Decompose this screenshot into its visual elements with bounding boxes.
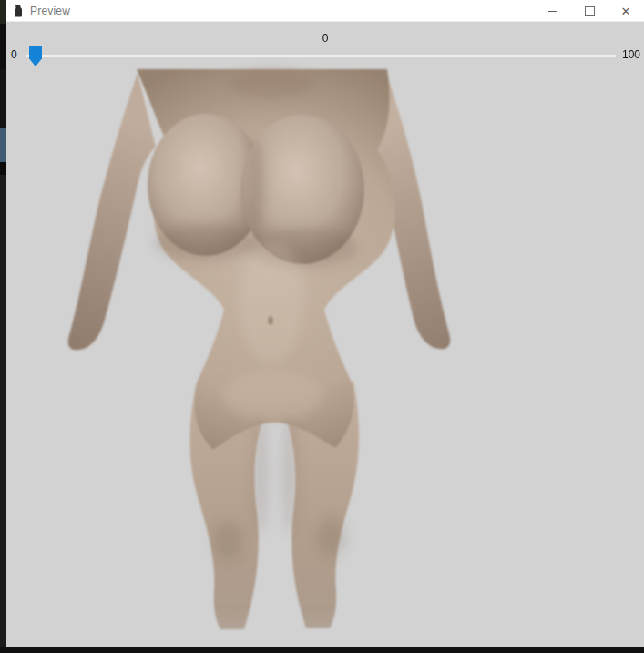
figure-shading [155,69,357,561]
figure-navel [268,316,273,325]
figure-right-arm [368,73,450,349]
desktop-edge-segment [0,175,6,647]
close-icon: ✕ [621,5,631,17]
maximize-button[interactable] [571,0,608,22]
minimize-icon [548,11,557,12]
figure-3d-model [6,22,644,647]
close-button[interactable]: ✕ [608,0,644,22]
model-viewport[interactable]: 0 0 100 [6,22,644,647]
desktop-edge-segment [0,0,6,24]
app-icon [12,4,24,18]
desktop-edge-segment [0,24,6,69]
desktop-edge-bottom [0,647,644,653]
slider-track[interactable] [26,55,616,57]
slider-value-label: 0 [6,32,644,45]
maximize-icon [585,6,595,16]
slider-max-label: 100 [622,48,640,61]
window-controls: ✕ [535,0,644,21]
figure-right-leg [285,381,359,628]
screen: Preview ✕ [0,0,644,653]
figure-chest-right [240,115,364,264]
preview-window: Preview ✕ [6,0,644,647]
desktop-edge-segment-blue [0,128,6,162]
minimize-button[interactable] [535,0,571,22]
figure-chest-left [148,114,264,256]
window-title: Preview [30,5,70,17]
slider-handle[interactable] [29,46,42,66]
figure-left-arm [68,73,156,350]
figure-left-leg [189,383,264,629]
slider-min-label: 0 [11,48,17,61]
window-titlebar[interactable]: Preview ✕ [6,0,644,22]
desktop-edge-left [0,0,6,653]
figure-torso [137,69,395,450]
desktop-edge-segment [0,162,6,175]
